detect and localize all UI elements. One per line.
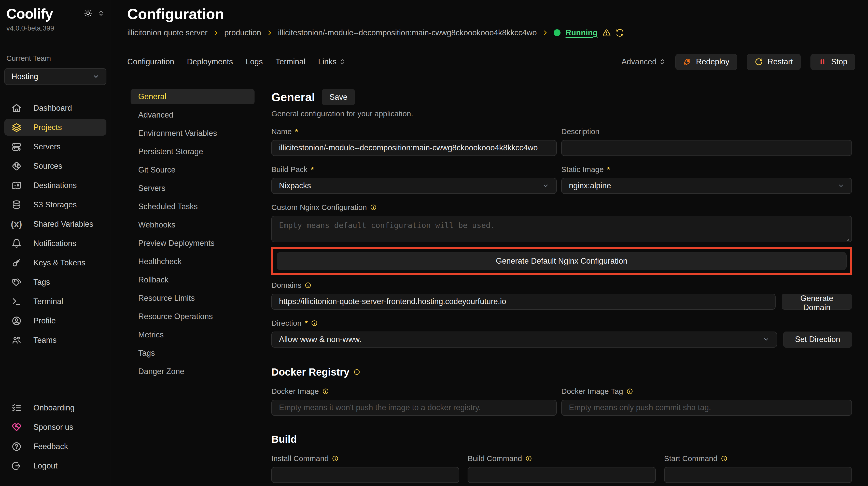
status-dot xyxy=(554,29,560,36)
redeploy-label: Redeploy xyxy=(696,57,729,66)
sidebar-item-terminal[interactable]: Terminal xyxy=(4,293,106,310)
breadcrumb-project[interactable]: illicitonion quote server xyxy=(127,28,208,37)
subnav-item[interactable]: General xyxy=(131,89,254,104)
chevron-right-icon xyxy=(213,30,219,36)
sidebar-item-s3-storages[interactable]: S3 Storages xyxy=(4,196,106,213)
generate-domain-button[interactable]: Generate Domain xyxy=(782,294,852,310)
domains-input[interactable] xyxy=(271,294,776,310)
subnav-item[interactable]: Preview Deployments xyxy=(131,236,254,251)
subnav-item[interactable]: Resource Limits xyxy=(131,291,254,306)
layers-icon xyxy=(11,122,22,133)
subnav-item[interactable]: Advanced xyxy=(131,107,254,123)
tab-configuration[interactable]: Configuration xyxy=(127,57,174,66)
build-command-input[interactable] xyxy=(468,467,655,483)
sidebar-item-teams[interactable]: Teams xyxy=(4,332,106,348)
info-icon[interactable] xyxy=(525,455,532,462)
description-input[interactable] xyxy=(561,140,852,156)
subnav-item[interactable]: Servers xyxy=(131,181,254,196)
docker-image-input[interactable] xyxy=(271,400,557,416)
custom-nginx-textarea[interactable] xyxy=(271,216,852,242)
build-command-label: Build Command xyxy=(468,454,655,463)
status-badge[interactable]: Running xyxy=(566,28,598,37)
sidebar-footer-nav: Onboarding Sponsor us Feedback Logout xyxy=(4,399,106,477)
stop-button[interactable]: Stop xyxy=(810,54,855,70)
info-icon[interactable] xyxy=(370,204,377,211)
refresh-icon[interactable] xyxy=(616,29,624,37)
subnav-item[interactable]: Scheduled Tasks xyxy=(131,199,254,214)
sun-icon xyxy=(84,9,92,17)
generate-nginx-config-button[interactable]: Generate Default Nginx Configuration xyxy=(277,252,847,270)
subnav-item[interactable]: Danger Zone xyxy=(131,364,254,379)
sidebar-item-feedback[interactable]: Feedback xyxy=(4,438,106,455)
subnav-item-label: Persistent Storage xyxy=(138,147,203,156)
rocket-icon xyxy=(683,58,691,66)
info-icon[interactable] xyxy=(305,282,311,289)
subnav-item[interactable]: Metrics xyxy=(131,327,254,343)
tab-links-label: Links xyxy=(318,57,337,66)
sidebar-item-servers[interactable]: Servers xyxy=(4,138,106,155)
docker-image-tag-input[interactable] xyxy=(561,400,852,416)
key-icon xyxy=(11,258,22,268)
sidebar-item-shared-variables[interactable]: (x) Shared Variables xyxy=(4,216,106,232)
install-command-input[interactable] xyxy=(271,467,459,483)
sidebar-item-label: Sources xyxy=(33,162,62,171)
info-icon[interactable] xyxy=(332,455,339,462)
sidebar-item-profile[interactable]: Profile xyxy=(4,313,106,329)
subnav-item[interactable]: Resource Operations xyxy=(131,309,254,324)
docker-image-tag-label: Docker Image Tag xyxy=(561,387,852,396)
subnav-item[interactable]: Healthcheck xyxy=(131,254,254,269)
set-direction-button[interactable]: Set Direction xyxy=(783,331,852,348)
build-pack-select[interactable]: Nixpacks xyxy=(271,178,557,194)
sidebar-item-label: S3 Storages xyxy=(33,200,77,209)
sidebar-item-sources[interactable]: Sources xyxy=(4,158,106,174)
resize-grip-icon[interactable] xyxy=(844,236,850,241)
info-icon[interactable] xyxy=(311,320,318,326)
sidebar-item-onboarding[interactable]: Onboarding xyxy=(4,399,106,416)
subnav-item[interactable]: Webhooks xyxy=(131,217,254,233)
sidebar-item-label: Tags xyxy=(33,278,50,287)
info-icon[interactable] xyxy=(353,369,360,375)
advanced-dropdown[interactable]: Advanced xyxy=(621,57,665,66)
subnav-item-label: Metrics xyxy=(138,330,164,339)
subnav-item[interactable]: Persistent Storage xyxy=(131,144,254,159)
sidebar-item-logout[interactable]: Logout xyxy=(4,457,106,474)
info-icon[interactable] xyxy=(322,388,329,395)
sidebar-item-keys-tokens[interactable]: Keys & Tokens xyxy=(4,254,106,271)
subnav-item[interactable]: Environment Variables xyxy=(131,126,254,141)
sidebar-item-label: Sponsor us xyxy=(33,423,73,432)
tab-deployments[interactable]: Deployments xyxy=(187,57,233,66)
save-button[interactable]: Save xyxy=(322,89,355,105)
subnav-item[interactable]: Git Source xyxy=(131,162,254,177)
direction-select[interactable]: Allow www & non-www. xyxy=(271,331,777,348)
sidebar-item-destinations[interactable]: Destinations xyxy=(4,177,106,194)
general-form: General Save General configuration for y… xyxy=(271,89,852,486)
sidebar-item-sponsor-us[interactable]: Sponsor us xyxy=(4,419,106,435)
tab-logs[interactable]: Logs xyxy=(246,57,263,66)
breadcrumb-environment[interactable]: production xyxy=(224,28,261,37)
team-select[interactable]: Hosting xyxy=(4,68,106,85)
static-image-select[interactable]: nginx:alpine xyxy=(561,178,852,194)
sidebar-item-tags[interactable]: Tags xyxy=(4,274,106,290)
info-icon[interactable] xyxy=(721,455,727,462)
sidebar-item-projects[interactable]: Projects xyxy=(4,119,106,136)
tab-links[interactable]: Links xyxy=(318,57,346,66)
name-input[interactable] xyxy=(271,140,557,156)
subnav-item[interactable]: Rollback xyxy=(131,272,254,288)
tab-terminal[interactable]: Terminal xyxy=(276,57,306,66)
warning-triangle-icon[interactable] xyxy=(602,29,611,37)
restart-button[interactable]: Restart xyxy=(747,54,801,70)
highlight-annotation: Generate Default Nginx Configuration xyxy=(271,247,852,275)
font-size-control[interactable] xyxy=(98,10,104,17)
sidebar-item-label: Teams xyxy=(33,336,57,345)
restart-label: Restart xyxy=(768,57,793,66)
info-icon[interactable] xyxy=(626,388,633,395)
theme-toggle-button[interactable] xyxy=(84,9,92,17)
app-logo: Coolify xyxy=(6,7,53,21)
redeploy-button[interactable]: Redeploy xyxy=(675,54,737,70)
sidebar-item-dashboard[interactable]: Dashboard xyxy=(4,100,106,116)
bell-icon xyxy=(11,238,22,249)
breadcrumb: illicitonion quote server production ill… xyxy=(127,28,855,37)
subnav-item[interactable]: Tags xyxy=(131,346,254,361)
start-command-input[interactable] xyxy=(664,467,852,483)
sidebar-item-notifications[interactable]: Notifications xyxy=(4,235,106,252)
